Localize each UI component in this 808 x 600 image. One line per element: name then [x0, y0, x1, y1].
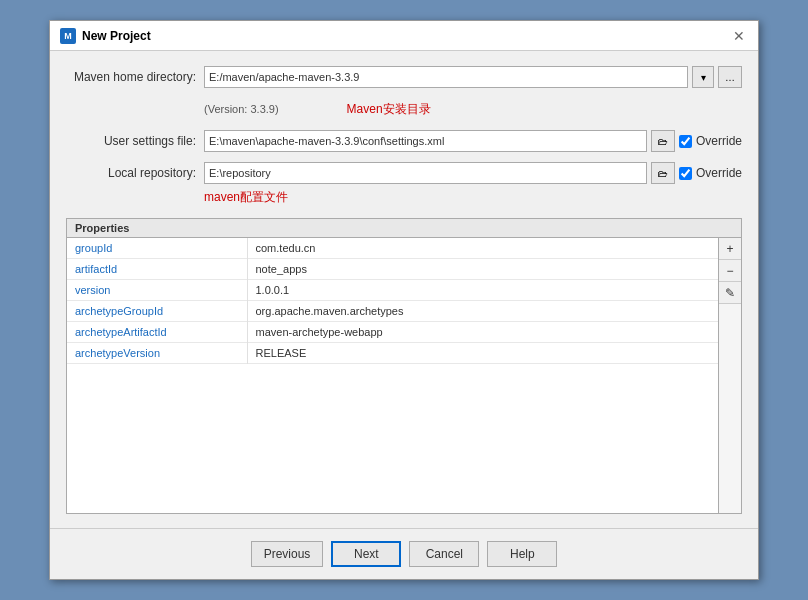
properties-body: groupId com.tedu.cn artifactId note_apps…: [67, 238, 741, 513]
new-project-dialog: M New Project ✕ Maven home directory: ▾ …: [49, 20, 759, 580]
user-settings-browse-btn[interactable]: 🗁: [651, 130, 675, 152]
table-row[interactable]: version 1.0.0.1: [67, 280, 718, 301]
dialog-footer: Previous Next Cancel Help: [50, 528, 758, 579]
local-repo-row: Local repository: 🗁 Override: [66, 161, 742, 185]
maven-home-label: Maven home directory:: [66, 70, 196, 84]
maven-home-dropdown-btn[interactable]: ▾: [692, 66, 714, 88]
dialog-icon: M: [60, 28, 76, 44]
maven-home-browse-btn[interactable]: …: [718, 66, 742, 88]
properties-header: Properties: [67, 219, 741, 238]
prop-value: com.tedu.cn: [247, 238, 718, 259]
title-bar-left: M New Project: [60, 28, 151, 44]
properties-add-btn[interactable]: +: [719, 238, 741, 260]
properties-table: groupId com.tedu.cn artifactId note_apps…: [67, 238, 718, 513]
local-repo-browse-btn[interactable]: 🗁: [651, 162, 675, 184]
table-row[interactable]: archetypeGroupId org.apache.maven.archet…: [67, 301, 718, 322]
maven-home-input[interactable]: [204, 66, 688, 88]
cancel-button[interactable]: Cancel: [409, 541, 479, 567]
prop-value: note_apps: [247, 259, 718, 280]
local-repo-input[interactable]: [204, 162, 647, 184]
dialog-title: New Project: [82, 29, 151, 43]
help-button[interactable]: Help: [487, 541, 557, 567]
prop-value: maven-archetype-webapp: [247, 322, 718, 343]
properties-section: Properties groupId com.tedu.cn artifactI…: [66, 218, 742, 514]
local-repo-annotation-row: maven配置文件: [204, 189, 742, 206]
prop-value: RELEASE: [247, 343, 718, 364]
properties-side-buttons: + − ✎: [718, 238, 741, 513]
local-repo-input-area: 🗁 Override: [204, 162, 742, 184]
properties-remove-btn[interactable]: −: [719, 260, 741, 282]
version-note: (Version: 3.3.9): [204, 103, 279, 115]
user-settings-override-area: Override: [679, 134, 742, 148]
properties-edit-btn[interactable]: ✎: [719, 282, 741, 304]
version-note-row: (Version: 3.3.9) Maven安装目录: [66, 97, 742, 121]
local-repo-annotation: maven配置文件: [204, 189, 288, 206]
prop-key: artifactId: [67, 259, 247, 280]
maven-home-input-area: ▾ …: [204, 66, 742, 88]
user-settings-label: User settings file:: [66, 134, 196, 148]
local-repo-label: Local repository:: [66, 166, 196, 180]
local-repo-override-area: Override: [679, 166, 742, 180]
maven-home-row: Maven home directory: ▾ …: [66, 65, 742, 89]
close-button[interactable]: ✕: [730, 27, 748, 45]
properties-title: Properties: [75, 222, 129, 234]
maven-annotation: Maven安装目录: [347, 101, 431, 118]
user-settings-override-label: Override: [696, 134, 742, 148]
dialog-content: Maven home directory: ▾ … (Version: 3.3.…: [50, 51, 758, 528]
user-settings-input[interactable]: [204, 130, 647, 152]
prop-key: version: [67, 280, 247, 301]
table-row[interactable]: archetypeArtifactId maven-archetype-weba…: [67, 322, 718, 343]
previous-button[interactable]: Previous: [251, 541, 324, 567]
prop-value: org.apache.maven.archetypes: [247, 301, 718, 322]
prop-key: archetypeArtifactId: [67, 322, 247, 343]
user-settings-override-checkbox[interactable]: [679, 135, 692, 148]
table-row[interactable]: artifactId note_apps: [67, 259, 718, 280]
table-row[interactable]: groupId com.tedu.cn: [67, 238, 718, 259]
table-row[interactable]: archetypeVersion RELEASE: [67, 343, 718, 364]
prop-key: archetypeGroupId: [67, 301, 247, 322]
prop-key: archetypeVersion: [67, 343, 247, 364]
title-bar: M New Project ✕: [50, 21, 758, 51]
prop-value: 1.0.0.1: [247, 280, 718, 301]
local-repo-override-label: Override: [696, 166, 742, 180]
local-repo-override-checkbox[interactable]: [679, 167, 692, 180]
user-settings-input-area: 🗁 Override: [204, 130, 742, 152]
prop-key: groupId: [67, 238, 247, 259]
user-settings-row: User settings file: 🗁 Override: [66, 129, 742, 153]
next-button[interactable]: Next: [331, 541, 401, 567]
